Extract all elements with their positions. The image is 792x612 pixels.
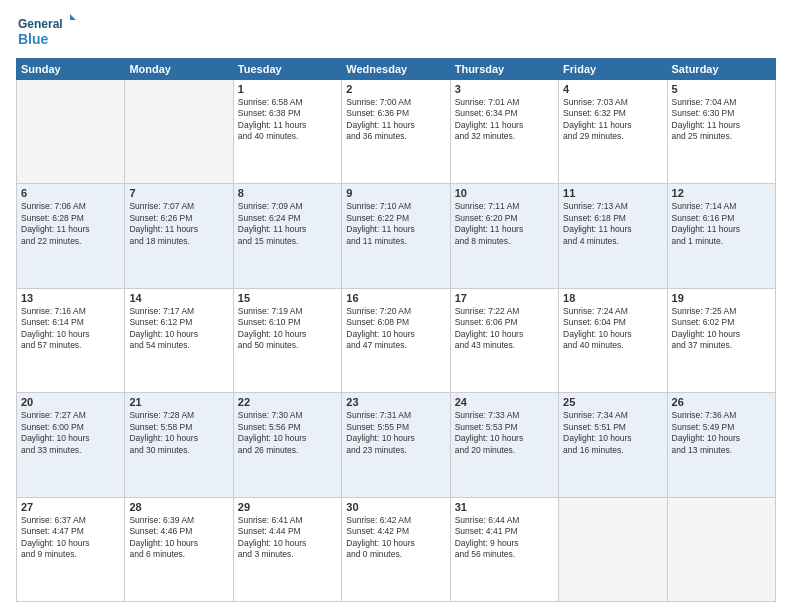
- calendar-cell: 8Sunrise: 7:09 AM Sunset: 6:24 PM Daylig…: [233, 184, 341, 288]
- day-number: 23: [346, 396, 445, 408]
- day-info: Sunrise: 7:16 AM Sunset: 6:14 PM Dayligh…: [21, 306, 120, 352]
- calendar-week-row: 13Sunrise: 7:16 AM Sunset: 6:14 PM Dayli…: [17, 288, 776, 392]
- calendar-cell: 5Sunrise: 7:04 AM Sunset: 6:30 PM Daylig…: [667, 80, 775, 184]
- day-number: 30: [346, 501, 445, 513]
- day-number: 4: [563, 83, 662, 95]
- day-number: 5: [672, 83, 771, 95]
- day-number: 18: [563, 292, 662, 304]
- day-number: 14: [129, 292, 228, 304]
- calendar-table: SundayMondayTuesdayWednesdayThursdayFrid…: [16, 58, 776, 602]
- calendar-cell: [667, 497, 775, 601]
- calendar: SundayMondayTuesdayWednesdayThursdayFrid…: [16, 58, 776, 602]
- calendar-cell: 30Sunrise: 6:42 AM Sunset: 4:42 PM Dayli…: [342, 497, 450, 601]
- calendar-cell: [559, 497, 667, 601]
- day-number: 15: [238, 292, 337, 304]
- calendar-cell: 9Sunrise: 7:10 AM Sunset: 6:22 PM Daylig…: [342, 184, 450, 288]
- day-info: Sunrise: 7:31 AM Sunset: 5:55 PM Dayligh…: [346, 410, 445, 456]
- weekday-header: Monday: [125, 59, 233, 80]
- day-info: Sunrise: 7:30 AM Sunset: 5:56 PM Dayligh…: [238, 410, 337, 456]
- calendar-cell: 24Sunrise: 7:33 AM Sunset: 5:53 PM Dayli…: [450, 393, 558, 497]
- calendar-cell: 18Sunrise: 7:24 AM Sunset: 6:04 PM Dayli…: [559, 288, 667, 392]
- day-info: Sunrise: 7:17 AM Sunset: 6:12 PM Dayligh…: [129, 306, 228, 352]
- calendar-cell: 16Sunrise: 7:20 AM Sunset: 6:08 PM Dayli…: [342, 288, 450, 392]
- day-number: 3: [455, 83, 554, 95]
- weekday-header: Tuesday: [233, 59, 341, 80]
- day-info: Sunrise: 7:04 AM Sunset: 6:30 PM Dayligh…: [672, 97, 771, 143]
- calendar-cell: 19Sunrise: 7:25 AM Sunset: 6:02 PM Dayli…: [667, 288, 775, 392]
- day-info: Sunrise: 7:28 AM Sunset: 5:58 PM Dayligh…: [129, 410, 228, 456]
- calendar-cell: 21Sunrise: 7:28 AM Sunset: 5:58 PM Dayli…: [125, 393, 233, 497]
- calendar-cell: 28Sunrise: 6:39 AM Sunset: 4:46 PM Dayli…: [125, 497, 233, 601]
- day-info: Sunrise: 7:01 AM Sunset: 6:34 PM Dayligh…: [455, 97, 554, 143]
- calendar-cell: 11Sunrise: 7:13 AM Sunset: 6:18 PM Dayli…: [559, 184, 667, 288]
- calendar-cell: 3Sunrise: 7:01 AM Sunset: 6:34 PM Daylig…: [450, 80, 558, 184]
- calendar-cell: 10Sunrise: 7:11 AM Sunset: 6:20 PM Dayli…: [450, 184, 558, 288]
- logo: General Blue: [16, 12, 76, 52]
- header-row: SundayMondayTuesdayWednesdayThursdayFrid…: [17, 59, 776, 80]
- day-info: Sunrise: 6:42 AM Sunset: 4:42 PM Dayligh…: [346, 515, 445, 561]
- day-number: 12: [672, 187, 771, 199]
- day-info: Sunrise: 7:09 AM Sunset: 6:24 PM Dayligh…: [238, 201, 337, 247]
- day-info: Sunrise: 7:00 AM Sunset: 6:36 PM Dayligh…: [346, 97, 445, 143]
- day-number: 1: [238, 83, 337, 95]
- day-info: Sunrise: 7:07 AM Sunset: 6:26 PM Dayligh…: [129, 201, 228, 247]
- calendar-week-row: 20Sunrise: 7:27 AM Sunset: 6:00 PM Dayli…: [17, 393, 776, 497]
- day-number: 21: [129, 396, 228, 408]
- calendar-cell: 23Sunrise: 7:31 AM Sunset: 5:55 PM Dayli…: [342, 393, 450, 497]
- day-info: Sunrise: 7:19 AM Sunset: 6:10 PM Dayligh…: [238, 306, 337, 352]
- calendar-cell: 25Sunrise: 7:34 AM Sunset: 5:51 PM Dayli…: [559, 393, 667, 497]
- calendar-cell: 2Sunrise: 7:00 AM Sunset: 6:36 PM Daylig…: [342, 80, 450, 184]
- weekday-header: Friday: [559, 59, 667, 80]
- calendar-cell: 15Sunrise: 7:19 AM Sunset: 6:10 PM Dayli…: [233, 288, 341, 392]
- day-info: Sunrise: 7:33 AM Sunset: 5:53 PM Dayligh…: [455, 410, 554, 456]
- day-info: Sunrise: 7:20 AM Sunset: 6:08 PM Dayligh…: [346, 306, 445, 352]
- day-info: Sunrise: 7:34 AM Sunset: 5:51 PM Dayligh…: [563, 410, 662, 456]
- calendar-cell: 4Sunrise: 7:03 AM Sunset: 6:32 PM Daylig…: [559, 80, 667, 184]
- weekday-header: Wednesday: [342, 59, 450, 80]
- day-number: 19: [672, 292, 771, 304]
- calendar-cell: 7Sunrise: 7:07 AM Sunset: 6:26 PM Daylig…: [125, 184, 233, 288]
- day-number: 8: [238, 187, 337, 199]
- svg-text:Blue: Blue: [18, 31, 49, 47]
- day-number: 29: [238, 501, 337, 513]
- day-info: Sunrise: 7:11 AM Sunset: 6:20 PM Dayligh…: [455, 201, 554, 247]
- day-info: Sunrise: 7:14 AM Sunset: 6:16 PM Dayligh…: [672, 201, 771, 247]
- header: General Blue: [16, 12, 776, 52]
- day-info: Sunrise: 7:36 AM Sunset: 5:49 PM Dayligh…: [672, 410, 771, 456]
- calendar-cell: 1Sunrise: 6:58 AM Sunset: 6:38 PM Daylig…: [233, 80, 341, 184]
- calendar-cell: 12Sunrise: 7:14 AM Sunset: 6:16 PM Dayli…: [667, 184, 775, 288]
- day-number: 28: [129, 501, 228, 513]
- calendar-cell: 13Sunrise: 7:16 AM Sunset: 6:14 PM Dayli…: [17, 288, 125, 392]
- calendar-cell: [17, 80, 125, 184]
- calendar-cell: 14Sunrise: 7:17 AM Sunset: 6:12 PM Dayli…: [125, 288, 233, 392]
- day-number: 2: [346, 83, 445, 95]
- weekday-header: Sunday: [17, 59, 125, 80]
- day-number: 24: [455, 396, 554, 408]
- day-number: 10: [455, 187, 554, 199]
- day-info: Sunrise: 7:06 AM Sunset: 6:28 PM Dayligh…: [21, 201, 120, 247]
- calendar-cell: 17Sunrise: 7:22 AM Sunset: 6:06 PM Dayli…: [450, 288, 558, 392]
- weekday-header: Saturday: [667, 59, 775, 80]
- day-number: 13: [21, 292, 120, 304]
- day-number: 11: [563, 187, 662, 199]
- day-info: Sunrise: 6:41 AM Sunset: 4:44 PM Dayligh…: [238, 515, 337, 561]
- day-info: Sunrise: 6:44 AM Sunset: 4:41 PM Dayligh…: [455, 515, 554, 561]
- day-number: 27: [21, 501, 120, 513]
- calendar-week-row: 27Sunrise: 6:37 AM Sunset: 4:47 PM Dayli…: [17, 497, 776, 601]
- calendar-cell: 26Sunrise: 7:36 AM Sunset: 5:49 PM Dayli…: [667, 393, 775, 497]
- calendar-week-row: 1Sunrise: 6:58 AM Sunset: 6:38 PM Daylig…: [17, 80, 776, 184]
- day-number: 6: [21, 187, 120, 199]
- day-number: 16: [346, 292, 445, 304]
- day-info: Sunrise: 7:13 AM Sunset: 6:18 PM Dayligh…: [563, 201, 662, 247]
- day-number: 9: [346, 187, 445, 199]
- day-info: Sunrise: 6:37 AM Sunset: 4:47 PM Dayligh…: [21, 515, 120, 561]
- day-info: Sunrise: 7:03 AM Sunset: 6:32 PM Dayligh…: [563, 97, 662, 143]
- calendar-week-row: 6Sunrise: 7:06 AM Sunset: 6:28 PM Daylig…: [17, 184, 776, 288]
- calendar-cell: 29Sunrise: 6:41 AM Sunset: 4:44 PM Dayli…: [233, 497, 341, 601]
- calendar-cell: 20Sunrise: 7:27 AM Sunset: 6:00 PM Dayli…: [17, 393, 125, 497]
- day-info: Sunrise: 7:24 AM Sunset: 6:04 PM Dayligh…: [563, 306, 662, 352]
- day-number: 7: [129, 187, 228, 199]
- day-number: 25: [563, 396, 662, 408]
- day-number: 20: [21, 396, 120, 408]
- day-number: 22: [238, 396, 337, 408]
